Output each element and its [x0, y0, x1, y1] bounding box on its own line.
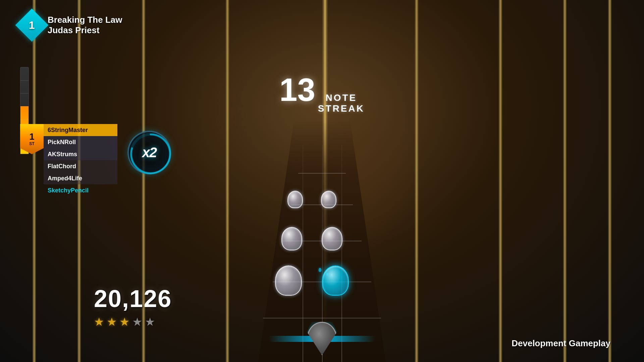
lane-line-left — [303, 145, 303, 362]
streak-display: 13 NOTE STREAK — [272, 74, 372, 114]
song-badge: 1 Breaking The Law Judas Priest — [20, 13, 122, 37]
badge-diamond: 1 — [15, 9, 49, 42]
stars-row: ★ ★ ★ ★ ★ — [94, 315, 172, 328]
lb-row-2[interactable]: PickNRoll — [44, 136, 117, 148]
streak-label-streak: STREAK — [318, 103, 365, 114]
star-3: ★ — [119, 315, 129, 328]
rank-content: 1 ST — [29, 132, 35, 146]
lb-row-3[interactable]: AKStrums — [44, 148, 117, 160]
star-1: ★ — [94, 315, 104, 328]
hit-button[interactable] — [307, 322, 337, 355]
fret-line-5 — [298, 173, 346, 174]
rank-badge: 1 ST — [20, 124, 44, 154]
multiplier-ring: x2 — [127, 131, 171, 174]
lb-row-5[interactable]: Amped4Life — [44, 172, 117, 184]
rank-banner: 1 ST — [20, 124, 44, 154]
lane-line-right — [341, 145, 342, 362]
highway-container — [252, 121, 392, 362]
star-2: ★ — [107, 315, 117, 328]
streak-labels: NOTE STREAK — [318, 93, 365, 114]
lb-row-6[interactable]: SketchyPencil — [44, 184, 117, 196]
note-gem-row1-right — [321, 191, 336, 208]
lb-player-5-name: Amped4Life — [48, 175, 82, 182]
lb-player-1-name: 6StringMaster — [48, 127, 88, 134]
score-display: 20,126 ★ ★ ★ ★ ★ — [94, 285, 172, 328]
lb-row-4[interactable]: FlatChord — [44, 160, 117, 172]
star-4: ★ — [132, 315, 142, 328]
lb-player-2-name: PickNRoll — [48, 139, 76, 146]
lb-row-1[interactable]: 6StringMaster — [44, 124, 117, 136]
note-gem-row3-left — [275, 265, 302, 296]
leaderboard: 6StringMaster PickNRoll AKStrums FlatCho… — [44, 124, 117, 196]
fret-line-1 — [263, 318, 381, 318]
rank-number: 1 — [29, 132, 35, 141]
note-gem-row2-left — [281, 227, 302, 250]
note-gem-row2-right — [322, 227, 342, 250]
multiplier-value: x2 — [142, 144, 157, 161]
dev-label-text: Development Gameplay — [512, 338, 610, 348]
note-gem-row1-left — [287, 191, 303, 208]
badge-rank-number: 1 — [29, 19, 35, 31]
dev-label: Development Gameplay — [512, 338, 610, 349]
streak-label-note: NOTE — [318, 93, 365, 103]
lb-player-3-name: AKStrums — [48, 151, 77, 158]
note-gem-row3-right — [322, 265, 349, 296]
rank-suffix: ST — [29, 141, 35, 146]
song-artist: Judas Priest — [48, 25, 122, 36]
multiplier-display: x2 — [127, 131, 171, 174]
badge-text: Breaking The Law Judas Priest — [48, 15, 122, 36]
lb-player-4-name: FlatChord — [48, 163, 76, 170]
score-value: 20,126 — [94, 285, 172, 312]
star-5: ★ — [145, 315, 155, 328]
hit-button-shape — [307, 322, 337, 355]
lb-player-6-name: SketchyPencil — [48, 187, 89, 194]
streak-number: 13 — [279, 74, 315, 106]
liquid-drop-1 — [319, 268, 321, 272]
song-title: Breaking The Law — [48, 15, 122, 25]
